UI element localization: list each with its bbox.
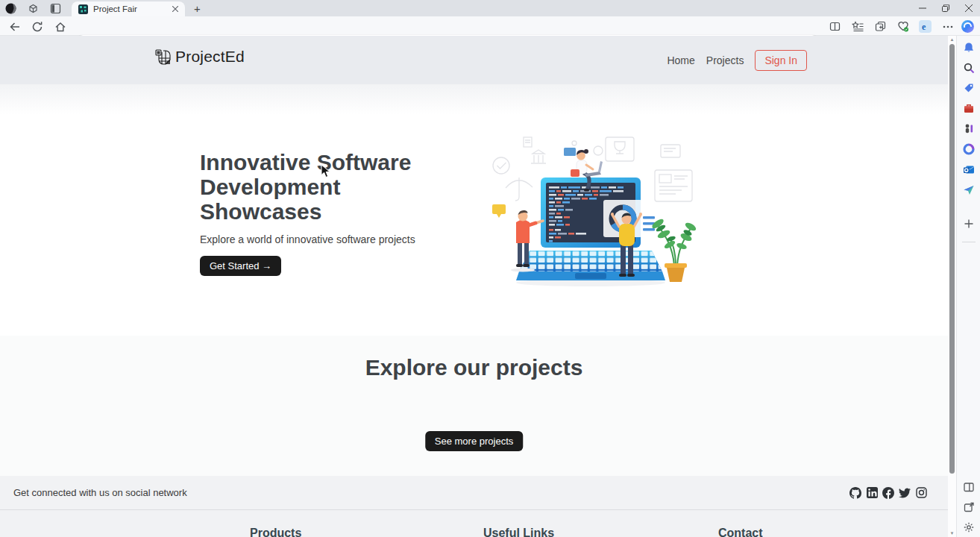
games-icon[interactable] [962,122,976,135]
drop-icon[interactable] [962,183,976,196]
refresh-icon[interactable] [30,19,44,34]
settings-gear-icon[interactable] [962,521,976,534]
scroll-down-arrow[interactable]: ▼ [948,530,956,537]
profile-sphere-icon[interactable] [4,2,17,15]
tab-favicon [78,4,88,14]
notifications-bell-icon[interactable] [962,41,976,54]
browser-window: Project Fair + localhost:3000 A [0,0,980,537]
new-tab-button[interactable]: + [191,2,204,15]
ie-mode-icon[interactable]: e [918,19,932,34]
page-viewport: ProjectEd Home Projects Sign In Innovati… [0,36,948,537]
collections-icon[interactable] [873,19,888,34]
sign-in-button[interactable]: Sign In [755,50,807,71]
outlook-icon[interactable] [962,163,976,176]
site-logo[interactable]: ProjectEd [154,48,245,66]
get-started-button[interactable]: Get Started → [200,256,281,276]
back-icon[interactable] [7,19,22,34]
sidebar-search-icon[interactable] [962,61,976,75]
projects-section-title: Explore our projects [0,336,948,380]
twitter-icon[interactable] [899,487,911,499]
github-icon[interactable] [849,487,861,499]
footer-column-products: Products [250,527,301,537]
minimize-button[interactable] [911,0,934,16]
tab-title: Project Fair [93,4,169,13]
toolbox-icon[interactable] [962,101,976,115]
browser-titlebar: Project Fair + [0,0,980,16]
close-window-button[interactable] [957,0,980,16]
copilot-icon[interactable] [961,19,975,34]
hero-section: Innovative Software Development Showcase… [0,84,948,336]
social-band-text: Get connected with us on social network [13,487,187,498]
sidebar-add-icon[interactable] [962,217,976,230]
main-nav: Home Projects Sign In [667,36,807,84]
more-menu-icon[interactable] [940,19,955,34]
tab-close-icon[interactable] [169,4,180,15]
page-scrollbar[interactable]: ▲ ▼ [948,36,956,537]
sidebar-divider [962,242,976,242]
instagram-icon[interactable] [915,487,927,499]
browser-tab[interactable]: Project Fair [72,1,185,16]
designer-icon[interactable] [962,142,976,156]
favorites-list-icon[interactable] [850,19,864,34]
hero-title: Innovative Software Development Showcase… [200,150,453,224]
footer-column-contact: Contact [718,527,763,537]
site-footer: Get connected with us on social network [0,476,948,537]
site-header: ProjectEd Home Projects Sign In [0,36,948,84]
see-more-projects-button[interactable]: See more projects [425,431,524,451]
workspaces-icon[interactable] [27,2,40,15]
svg-text:e: e [922,22,926,32]
home-icon[interactable] [53,19,67,34]
linkedin-icon[interactable] [866,487,878,499]
nav-link-projects[interactable]: Projects [706,54,744,66]
hero-subtitle: Explore a world of innovative software p… [200,233,453,245]
restore-button[interactable] [934,0,957,16]
site-logo-text: ProjectEd [175,48,245,66]
scrollbar-thumb[interactable] [949,44,955,474]
hero-illustration [486,133,709,293]
shopping-tag-icon[interactable] [962,81,976,95]
projected-logo-icon [154,48,172,66]
browser-essentials-icon[interactable] [896,19,910,34]
footer-column-useful-links: Useful Links [483,527,554,537]
split-screen-icon[interactable] [828,19,842,34]
projects-section: Explore our projects See more projects [0,336,948,476]
vertical-tabs-icon[interactable] [49,2,62,15]
nav-link-home[interactable]: Home [667,54,694,66]
open-external-icon[interactable] [962,500,976,514]
browser-toolbar: localhost:3000 A e [0,16,980,36]
facebook-icon[interactable] [882,487,894,499]
scroll-up-arrow[interactable]: ▲ [948,36,956,43]
split-panel-icon[interactable] [962,480,976,494]
edge-sidebar [956,36,980,537]
